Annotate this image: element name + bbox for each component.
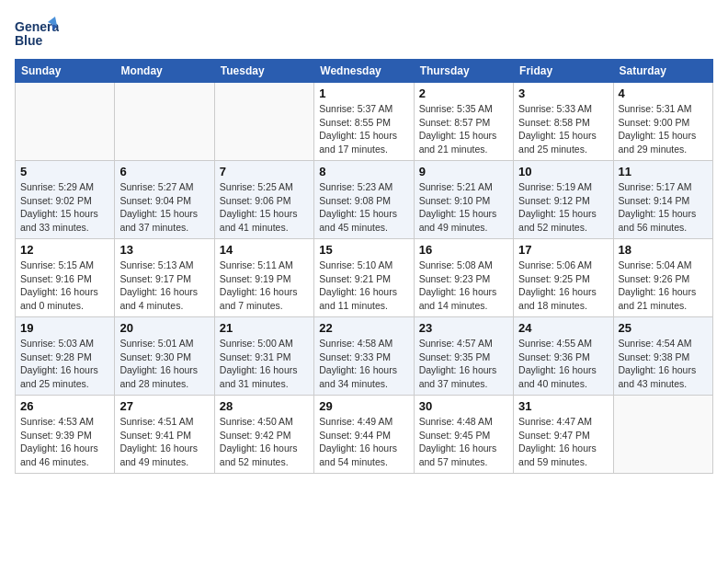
calendar-cell [115, 83, 214, 161]
day-info: Sunrise: 5:06 AMSunset: 9:25 PMDaylight:… [518, 259, 608, 313]
logo: General Blue [15, 15, 59, 52]
day-number: 2 [419, 86, 508, 100]
day-info: Sunrise: 4:51 AMSunset: 9:41 PMDaylight:… [119, 415, 209, 469]
calendar-cell [214, 83, 313, 161]
weekday-thursday: Thursday [414, 60, 513, 83]
day-info: Sunrise: 5:21 AMSunset: 9:10 PMDaylight:… [419, 180, 508, 235]
day-info: Sunrise: 5:00 AMSunset: 9:31 PMDaylight:… [220, 337, 309, 391]
day-number: 24 [518, 321, 608, 335]
day-info: Sunrise: 4:55 AMSunset: 9:36 PMDaylight:… [518, 337, 608, 391]
calendar-cell: 6Sunrise: 5:27 AMSunset: 9:04 PMDaylight… [115, 161, 214, 239]
day-number: 4 [619, 86, 708, 100]
calendar-cell [16, 83, 115, 161]
day-number: 20 [119, 321, 209, 335]
calendar-cell: 31Sunrise: 4:47 AMSunset: 9:47 PMDayligh… [514, 396, 613, 474]
day-info: Sunrise: 5:17 AMSunset: 9:14 PMDaylight:… [619, 180, 708, 235]
day-info: Sunrise: 5:11 AMSunset: 9:19 PMDaylight:… [220, 259, 309, 313]
weekday-header-row: SundayMondayTuesdayWednesdayThursdayFrid… [16, 60, 713, 83]
day-number: 26 [20, 399, 109, 413]
day-number: 31 [518, 399, 608, 413]
calendar-cell: 5Sunrise: 5:29 AMSunset: 9:02 PMDaylight… [16, 161, 115, 239]
day-number: 27 [119, 399, 209, 413]
day-info: Sunrise: 5:08 AMSunset: 9:23 PMDaylight:… [419, 259, 508, 313]
calendar-cell: 26Sunrise: 4:53 AMSunset: 9:39 PMDayligh… [16, 396, 115, 474]
calendar-cell: 27Sunrise: 4:51 AMSunset: 9:41 PMDayligh… [115, 396, 214, 474]
day-number: 15 [319, 243, 408, 257]
day-info: Sunrise: 5:25 AMSunset: 9:06 PMDaylight:… [220, 180, 309, 235]
day-info: Sunrise: 5:35 AMSunset: 8:57 PMDaylight:… [419, 102, 508, 156]
day-number: 22 [319, 321, 408, 335]
calendar-cell: 2Sunrise: 5:35 AMSunset: 8:57 PMDaylight… [414, 83, 513, 161]
weekday-saturday: Saturday [613, 60, 712, 83]
day-info: Sunrise: 5:19 AMSunset: 9:12 PMDaylight:… [518, 180, 608, 235]
day-number: 1 [319, 86, 408, 100]
calendar-cell: 28Sunrise: 4:50 AMSunset: 9:42 PMDayligh… [214, 396, 313, 474]
day-number: 7 [220, 165, 309, 178]
day-info: Sunrise: 5:15 AMSunset: 9:16 PMDaylight:… [20, 259, 109, 313]
weekday-monday: Monday [115, 60, 214, 83]
day-number: 6 [119, 165, 209, 178]
calendar-cell: 14Sunrise: 5:11 AMSunset: 9:19 PMDayligh… [214, 239, 313, 317]
svg-text:Blue: Blue [15, 33, 43, 48]
day-info: Sunrise: 5:29 AMSunset: 9:02 PMDaylight:… [20, 180, 109, 235]
day-number: 18 [619, 243, 708, 257]
calendar-cell: 22Sunrise: 4:58 AMSunset: 9:33 PMDayligh… [314, 317, 414, 396]
week-row-4: 19Sunrise: 5:03 AMSunset: 9:28 PMDayligh… [16, 317, 713, 396]
calendar-cell [613, 396, 712, 474]
week-row-3: 12Sunrise: 5:15 AMSunset: 9:16 PMDayligh… [16, 239, 713, 317]
calendar-cell: 16Sunrise: 5:08 AMSunset: 9:23 PMDayligh… [414, 239, 513, 317]
day-info: Sunrise: 5:13 AMSunset: 9:17 PMDaylight:… [119, 259, 209, 313]
day-info: Sunrise: 4:58 AMSunset: 9:33 PMDaylight:… [319, 337, 408, 391]
day-number: 3 [518, 86, 608, 100]
weekday-wednesday: Wednesday [314, 60, 414, 83]
day-number: 5 [20, 165, 109, 178]
calendar-cell: 24Sunrise: 4:55 AMSunset: 9:36 PMDayligh… [514, 317, 613, 396]
calendar-cell: 10Sunrise: 5:19 AMSunset: 9:12 PMDayligh… [514, 161, 613, 239]
day-number: 28 [220, 399, 309, 413]
page-header: General Blue [15, 15, 713, 52]
day-info: Sunrise: 5:37 AMSunset: 8:55 PMDaylight:… [319, 102, 408, 156]
day-info: Sunrise: 4:54 AMSunset: 9:38 PMDaylight:… [619, 337, 708, 391]
calendar-cell: 7Sunrise: 5:25 AMSunset: 9:06 PMDaylight… [214, 161, 313, 239]
day-info: Sunrise: 4:48 AMSunset: 9:45 PMDaylight:… [419, 415, 508, 469]
day-number: 10 [518, 165, 608, 178]
weekday-sunday: Sunday [16, 60, 115, 83]
day-number: 11 [619, 165, 708, 178]
calendar-cell: 9Sunrise: 5:21 AMSunset: 9:10 PMDaylight… [414, 161, 513, 239]
calendar-cell: 19Sunrise: 5:03 AMSunset: 9:28 PMDayligh… [16, 317, 115, 396]
calendar-cell: 18Sunrise: 5:04 AMSunset: 9:26 PMDayligh… [613, 239, 712, 317]
day-number: 17 [518, 243, 608, 257]
day-number: 14 [220, 243, 309, 257]
calendar-cell: 25Sunrise: 4:54 AMSunset: 9:38 PMDayligh… [613, 317, 712, 396]
calendar-cell: 23Sunrise: 4:57 AMSunset: 9:35 PMDayligh… [414, 317, 513, 396]
day-info: Sunrise: 4:57 AMSunset: 9:35 PMDaylight:… [419, 337, 508, 391]
weekday-tuesday: Tuesday [214, 60, 313, 83]
day-number: 19 [20, 321, 109, 335]
calendar-cell: 29Sunrise: 4:49 AMSunset: 9:44 PMDayligh… [314, 396, 414, 474]
calendar-cell: 20Sunrise: 5:01 AMSunset: 9:30 PMDayligh… [115, 317, 214, 396]
calendar-cell: 1Sunrise: 5:37 AMSunset: 8:55 PMDaylight… [314, 83, 414, 161]
weekday-friday: Friday [514, 60, 613, 83]
day-number: 13 [119, 243, 209, 257]
day-number: 30 [419, 399, 508, 413]
week-row-5: 26Sunrise: 4:53 AMSunset: 9:39 PMDayligh… [16, 396, 713, 474]
day-info: Sunrise: 5:04 AMSunset: 9:26 PMDaylight:… [619, 259, 708, 313]
day-info: Sunrise: 5:10 AMSunset: 9:21 PMDaylight:… [319, 259, 408, 313]
day-info: Sunrise: 4:47 AMSunset: 9:47 PMDaylight:… [518, 415, 608, 469]
day-number: 8 [319, 165, 408, 178]
day-number: 9 [419, 165, 508, 178]
day-info: Sunrise: 5:23 AMSunset: 9:08 PMDaylight:… [319, 180, 408, 235]
day-number: 23 [419, 321, 508, 335]
day-number: 25 [619, 321, 708, 335]
day-info: Sunrise: 5:01 AMSunset: 9:30 PMDaylight:… [119, 337, 209, 391]
calendar-cell: 11Sunrise: 5:17 AMSunset: 9:14 PMDayligh… [613, 161, 712, 239]
day-number: 12 [20, 243, 109, 257]
calendar-cell: 12Sunrise: 5:15 AMSunset: 9:16 PMDayligh… [16, 239, 115, 317]
calendar-cell: 8Sunrise: 5:23 AMSunset: 9:08 PMDaylight… [314, 161, 414, 239]
day-info: Sunrise: 4:49 AMSunset: 9:44 PMDaylight:… [319, 415, 408, 469]
calendar-table: SundayMondayTuesdayWednesdayThursdayFrid… [15, 59, 713, 474]
day-info: Sunrise: 4:53 AMSunset: 9:39 PMDaylight:… [20, 415, 109, 469]
day-number: 21 [220, 321, 309, 335]
calendar-cell: 13Sunrise: 5:13 AMSunset: 9:17 PMDayligh… [115, 239, 214, 317]
calendar-cell: 17Sunrise: 5:06 AMSunset: 9:25 PMDayligh… [514, 239, 613, 317]
